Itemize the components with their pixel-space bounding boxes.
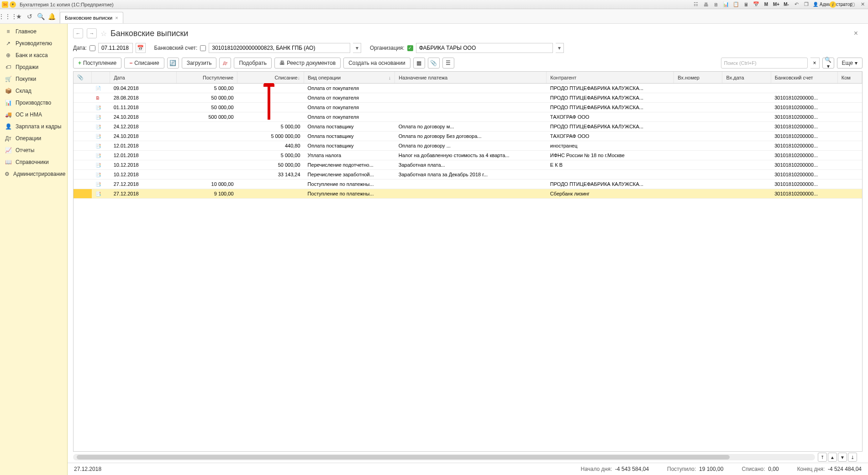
dt-kt-button[interactable]: Дт <box>219 58 231 69</box>
back-button[interactable]: ← <box>73 28 83 38</box>
more-button[interactable]: Еще ▾ <box>837 58 863 69</box>
table-row[interactable]: 📑10.12.201850 000,00Перечисление подотче… <box>74 160 862 170</box>
apps-icon[interactable]: ⋮⋮⋮ <box>3 11 13 21</box>
date-input[interactable] <box>98 43 133 53</box>
history-icon[interactable]: ↺ <box>25 11 35 21</box>
bank-dropdown-icon[interactable]: ▾ <box>353 43 361 53</box>
table-row[interactable]: 📑01.11.201850 000,00Оплата от покупателя… <box>74 103 862 112</box>
sidebar-item-3[interactable]: 🏷Продажи <box>0 61 67 73</box>
window-icon[interactable]: ❐ <box>803 1 810 7</box>
back-icon[interactable]: ↶ <box>793 1 800 7</box>
column-expense[interactable]: Списание↓ <box>237 72 304 84</box>
user-label[interactable]: 👤 Администратор <box>813 2 827 7</box>
scroll-up-button[interactable]: ▲ <box>828 453 837 462</box>
m-minus-button[interactable]: M- <box>783 2 790 7</box>
column-comm[interactable]: Ком <box>837 72 862 84</box>
statements-table[interactable]: 📎ДатаПоступлениеСписание↓Вид операции↓На… <box>74 72 862 199</box>
refresh-button[interactable]: 🔄 <box>167 58 179 69</box>
sidebar-item-2[interactable]: ⊕Банк и касса <box>0 49 67 61</box>
cell-comm <box>837 112 862 122</box>
table-row[interactable]: 📑24.10.20185 000 000,00Оплата поставщику… <box>74 132 862 141</box>
clip-icon[interactable]: 📋 <box>732 1 740 7</box>
sidebar-item-7[interactable]: 🚚ОС и НМА <box>0 109 67 121</box>
table-row[interactable]: 🗎28.08.201850 000,00Оплата от покупателя… <box>74 93 862 103</box>
select-button[interactable]: Подобрать <box>234 58 271 69</box>
favorite-icon[interactable]: ☆ <box>100 29 107 38</box>
close-icon[interactable]: ✕ <box>859 1 866 7</box>
column-attach[interactable]: 📎 <box>74 72 92 84</box>
search-input[interactable]: Поиск (Ctrl+F) <box>721 58 808 69</box>
cell-date: 10.12.2018 <box>110 170 177 179</box>
star-icon[interactable]: ★ <box>14 11 24 21</box>
page-close-icon[interactable]: × <box>854 29 863 37</box>
column-account[interactable]: Банковский счет <box>771 72 837 84</box>
sidebar-item-0[interactable]: ≡Главное <box>0 26 67 37</box>
column-optype[interactable]: Вид операции↓ <box>304 72 395 84</box>
list-button[interactable]: ☰ <box>442 58 454 69</box>
registry-button[interactable]: 🖶 Реестр документов <box>274 58 341 69</box>
table-row[interactable]: 📑27.12.20189 100,00Поступление по платеж… <box>74 189 862 199</box>
bank-filter-checkbox[interactable] <box>200 45 206 51</box>
calc-icon[interactable]: 🖩 <box>742 2 750 7</box>
bank-select[interactable]: 30101810200000000823, БАНК ГПБ (АО) <box>209 43 350 53</box>
column-icon[interactable] <box>92 72 110 84</box>
sidebar-item-1[interactable]: ↗Руководителю <box>0 37 67 49</box>
table-row[interactable]: 📑12.01.2018440,80Оплата поставщикуОплата… <box>74 141 862 151</box>
tab-close-icon[interactable]: × <box>115 15 118 21</box>
info-icon[interactable]: i <box>830 1 836 8</box>
horizontal-scrollbar[interactable] <box>73 454 815 460</box>
app-menu-dropdown[interactable]: ▾ <box>10 1 16 8</box>
table-row[interactable]: 📑24.10.2018500 000,00Оплата от покупател… <box>74 112 862 122</box>
m-plus-button[interactable]: M+ <box>773 2 780 7</box>
column-innum[interactable]: Вх.номер <box>674 72 722 84</box>
sidebar-item-4[interactable]: 🛒Покупки <box>0 73 67 85</box>
income-button[interactable]: +Поступление <box>73 58 121 69</box>
calendar-button[interactable]: 📅 <box>136 43 146 53</box>
scroll-top-button[interactable]: ⤒ <box>818 453 827 462</box>
print-icon[interactable]: 🖶 <box>702 2 710 7</box>
m-button[interactable]: M <box>763 2 770 7</box>
cell-date: 28.08.2018 <box>110 93 177 103</box>
nav-icon[interactable]: ☷ <box>692 1 700 7</box>
cell-date: 12.01.2018 <box>110 141 177 151</box>
sidebar-item-5[interactable]: 📦Склад <box>0 85 67 97</box>
org-dropdown-icon[interactable]: ▾ <box>556 43 564 53</box>
sidebar-item-9[interactable]: ДтОперации <box>0 132 67 144</box>
column-date[interactable]: Дата <box>110 72 177 84</box>
column-indate[interactable]: Вх.дата <box>722 72 771 84</box>
minimize-icon[interactable]: — <box>839 2 846 7</box>
date-filter-checkbox[interactable] <box>89 45 95 51</box>
column-income[interactable]: Поступление <box>177 72 237 84</box>
column-contractor[interactable]: Контрагент <box>547 72 674 84</box>
sidebar-item-12[interactable]: ⚙Администрирование <box>0 168 67 180</box>
search-icon[interactable]: 🔍 <box>36 11 46 21</box>
table-row[interactable]: 📄09.04.20185 000,00Оплата от покупателяП… <box>74 84 862 93</box>
forward-button[interactable]: → <box>87 28 97 38</box>
sidebar-item-8[interactable]: 👤Зарплата и кадры <box>0 121 67 132</box>
create-based-button[interactable]: Создать на основании <box>343 58 410 69</box>
tab-bank-statements[interactable]: Банковские выписки × <box>60 12 123 23</box>
sidebar-item-11[interactable]: 📖Справочники <box>0 156 67 168</box>
search-clear[interactable]: × <box>810 58 820 69</box>
find-button[interactable]: 🔍▾ <box>822 58 834 69</box>
table-row[interactable]: 📑10.12.201833 143,24Перечисление заработ… <box>74 170 862 179</box>
scroll-down-button[interactable]: ▼ <box>838 453 847 462</box>
scroll-bottom-button[interactable]: ⤓ <box>848 453 857 462</box>
table-row[interactable]: 📑27.12.201810 000,00Поступление по плате… <box>74 179 862 189</box>
table-row[interactable]: 📑24.12.20185 000,00Оплата поставщикуОпла… <box>74 122 862 132</box>
org-filter-checkbox[interactable]: ✓ <box>407 45 413 51</box>
expense-button[interactable]: −Списание <box>124 58 164 69</box>
sidebar-item-10[interactable]: 📈Отчеты <box>0 144 67 156</box>
attach-button[interactable]: 📎 <box>428 58 440 69</box>
table-row[interactable]: 📑12.01.20185 000,00Уплата налогаНалог на… <box>74 151 862 160</box>
layout-button[interactable]: ▦ <box>413 58 425 69</box>
chart-icon[interactable]: 📊 <box>722 1 730 7</box>
maximize-icon[interactable]: ▢ <box>849 1 856 7</box>
sidebar-item-6[interactable]: 📊Производство <box>0 97 67 109</box>
calendar-icon[interactable]: 📅 <box>752 1 760 7</box>
doc-icon[interactable]: 🗎 <box>712 2 720 7</box>
bell-icon[interactable]: 🔔 <box>47 11 57 21</box>
load-button[interactable]: Загрузить <box>182 58 217 69</box>
column-purpose[interactable]: Назначение платежа <box>395 72 547 84</box>
org-select[interactable]: ФАБРИКА ТАРЫ ООО <box>416 43 553 53</box>
